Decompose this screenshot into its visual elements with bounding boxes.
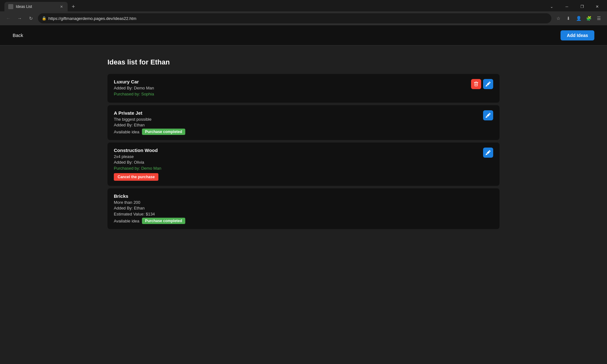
app-header: Back Add Ideas — [0, 25, 607, 46]
window-controls: ⌄ ─ ❐ ✕ — [544, 2, 607, 11]
tab-title: Ideas List — [16, 4, 56, 9]
idea-info: Luxury CarAdded By: Demo ManPurchased by… — [114, 79, 466, 98]
available-idea-label: Available idea — [114, 219, 139, 223]
idea-info: A Private JetThe biggest possibleAdded B… — [114, 110, 478, 135]
delete-button[interactable] — [471, 79, 481, 89]
security-icon: 🔒 — [42, 16, 46, 21]
idea-card: A Private JetThe biggest possibleAdded B… — [107, 105, 500, 140]
purchase-completed-badge[interactable]: Purchase completed — [142, 218, 185, 224]
nav-bar: ← → ↻ 🔒 https://giftmanagerdemo.pages.de… — [0, 11, 607, 25]
back-button[interactable]: Back — [13, 33, 23, 38]
account-button[interactable]: 👤 — [574, 14, 583, 23]
url-text: https://giftmanagerdemo.pages.dev/ideas2… — [48, 16, 136, 21]
idea-card: Construction Wood2x4 pleaseAdded By: Oli… — [107, 143, 500, 186]
edit-icon — [486, 82, 491, 87]
tab-favicon — [8, 4, 13, 9]
idea-tags: Available idea Purchase completed — [114, 218, 488, 224]
idea-purchased-by: Purchased by: Demo Man — [114, 166, 478, 171]
browser-chrome: Ideas List ✕ + ⌄ ─ ❐ ✕ ← → ↻ 🔒 https://g… — [0, 0, 607, 25]
edit-button[interactable] — [483, 148, 493, 158]
idea-actions — [483, 110, 493, 120]
ideas-list: Luxury CarAdded By: Demo ManPurchased by… — [107, 74, 500, 229]
idea-title: A Private Jet — [114, 110, 478, 116]
refresh-button[interactable]: ↻ — [27, 14, 35, 23]
address-bar[interactable]: 🔒 https://giftmanagerdemo.pages.dev/idea… — [38, 13, 551, 23]
idea-card: Luxury CarAdded By: Demo ManPurchased by… — [107, 74, 500, 103]
nav-action-buttons: ☆ ⬇ 👤 🧩 ☰ — [554, 14, 603, 23]
idea-actions — [483, 148, 493, 158]
edit-button[interactable] — [483, 79, 493, 89]
dropdown-button[interactable]: ⌄ — [544, 2, 559, 11]
available-idea-label: Available idea — [114, 130, 139, 134]
bookmark-button[interactable]: ☆ — [554, 14, 563, 23]
idea-added-by: Added By: Demo Man — [114, 86, 466, 90]
pocket-button[interactable]: ⬇ — [564, 14, 573, 23]
idea-added-by: Added By: Ethan — [114, 123, 478, 127]
idea-actions — [471, 79, 493, 89]
tab-close-button[interactable]: ✕ — [59, 4, 64, 9]
idea-card: BricksMore than 200Added By: EthanEstima… — [107, 188, 500, 229]
forward-nav-button[interactable]: → — [15, 14, 24, 23]
minimize-button[interactable]: ─ — [560, 2, 574, 11]
purchase-completed-badge[interactable]: Purchase completed — [142, 129, 185, 135]
idea-added-by: Added By: Ethan — [114, 206, 488, 210]
close-button[interactable]: ✕ — [590, 2, 604, 11]
page-title: Ideas list for Ethan — [107, 58, 500, 66]
add-ideas-button[interactable]: Add Ideas — [561, 30, 594, 40]
tab-bar: Ideas List ✕ + ⌄ ─ ❐ ✕ — [0, 0, 607, 11]
idea-title: Bricks — [114, 193, 488, 199]
idea-added-by: Added By: Olivia — [114, 160, 478, 165]
idea-estimated-value: Estimated Value: $134 — [114, 212, 488, 216]
edit-icon — [486, 113, 491, 118]
idea-purchased-by: Purchased by: Sophia — [114, 92, 466, 96]
cancel-purchase-button[interactable]: Cancel the purchase — [114, 173, 158, 181]
idea-description: More than 200 — [114, 200, 488, 205]
idea-info: BricksMore than 200Added By: EthanEstima… — [114, 193, 488, 224]
edit-icon — [486, 150, 491, 155]
back-nav-button[interactable]: ← — [4, 14, 13, 23]
main-content: Ideas list for Ethan Luxury CarAdded By:… — [0, 46, 607, 242]
new-tab-button[interactable]: + — [69, 2, 78, 11]
idea-description: 2x4 please — [114, 154, 478, 159]
idea-title: Construction Wood — [114, 148, 478, 153]
idea-description: The biggest possible — [114, 117, 478, 122]
edit-button[interactable] — [483, 110, 493, 120]
idea-tags: Available idea Purchase completed — [114, 129, 478, 135]
idea-info: Construction Wood2x4 pleaseAdded By: Oli… — [114, 148, 478, 181]
idea-title: Luxury Car — [114, 79, 466, 84]
active-tab[interactable]: Ideas List ✕ — [4, 2, 68, 11]
menu-button[interactable]: ☰ — [594, 14, 603, 23]
trash-icon — [474, 82, 479, 87]
extensions-button[interactable]: 🧩 — [584, 14, 593, 23]
restore-button[interactable]: ❐ — [575, 2, 589, 11]
